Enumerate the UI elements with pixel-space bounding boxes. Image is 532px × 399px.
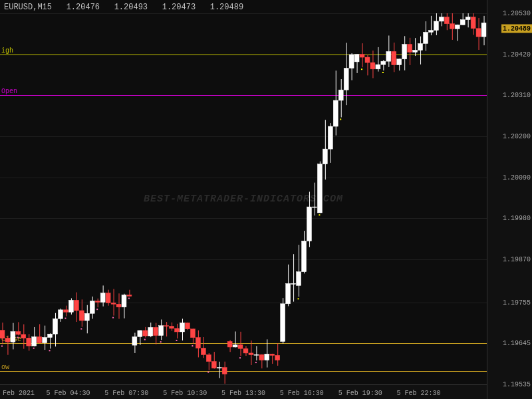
svg-rect-53 (138, 331, 142, 336)
svg-rect-191 (112, 317, 114, 319)
svg-rect-127 (333, 100, 338, 126)
svg-rect-186 (33, 348, 35, 349)
svg-rect-123 (323, 149, 327, 164)
svg-rect-147 (386, 51, 391, 61)
svg-rect-111 (291, 283, 296, 284)
svg-rect-25 (63, 310, 68, 312)
svg-rect-184 (1, 345, 3, 346)
svg-rect-7 (16, 332, 21, 334)
svg-rect-197 (207, 372, 209, 373)
price-label: 1.20530 (503, 10, 531, 17)
svg-rect-109 (286, 283, 291, 303)
svg-rect-101 (265, 354, 269, 360)
svg-rect-89 (233, 345, 237, 347)
svg-rect-87 (227, 342, 232, 347)
svg-rect-37 (95, 301, 100, 303)
svg-rect-202 (319, 214, 320, 215)
high-value: 1.20493 (114, 3, 148, 12)
svg-rect-173 (455, 25, 460, 29)
svg-rect-39 (100, 293, 105, 303)
svg-rect-169 (444, 17, 449, 24)
svg-rect-135 (354, 55, 359, 62)
svg-rect-99 (259, 354, 264, 360)
time-label: 5 Feb 10:30 (163, 390, 207, 397)
svg-rect-187 (49, 350, 51, 351)
svg-rect-165 (434, 21, 438, 31)
svg-rect-199 (239, 357, 241, 358)
price-label: 1.20310 (503, 92, 531, 99)
time-label: 5 Feb 13:30 (221, 390, 265, 397)
svg-rect-45 (116, 304, 121, 307)
svg-rect-163 (428, 31, 433, 33)
time-axis: 5 Feb 20215 Feb 04:305 Feb 07:305 Feb 10… (0, 384, 487, 399)
svg-rect-21 (53, 319, 58, 334)
svg-rect-189 (80, 329, 82, 330)
svg-rect-29 (74, 300, 78, 311)
time-label: 5 Feb 04:30 (46, 390, 90, 397)
svg-rect-35 (90, 301, 94, 314)
svg-rect-190 (96, 309, 98, 310)
svg-rect-179 (471, 17, 475, 29)
svg-rect-71 (185, 323, 190, 329)
svg-rect-93 (243, 348, 248, 353)
svg-rect-167 (439, 17, 444, 21)
svg-rect-5 (11, 332, 15, 342)
svg-rect-23 (59, 310, 63, 319)
svg-rect-183 (481, 23, 486, 37)
svg-rect-171 (450, 24, 454, 29)
time-label: 5 Feb 16:30 (280, 390, 324, 397)
svg-rect-69 (180, 323, 185, 332)
current-price-box: 1.20489 (501, 24, 532, 33)
svg-rect-63 (164, 326, 169, 327)
svg-rect-115 (302, 241, 307, 271)
svg-rect-157 (413, 50, 418, 52)
svg-rect-133 (349, 55, 354, 68)
price-label: 1.19645 (503, 340, 531, 347)
svg-rect-195 (176, 340, 178, 341)
svg-rect-117 (307, 207, 311, 241)
svg-rect-161 (424, 32, 428, 43)
svg-rect-129 (338, 90, 343, 100)
svg-rect-196 (192, 345, 193, 346)
svg-rect-3 (5, 338, 10, 342)
svg-rect-192 (128, 298, 130, 299)
svg-rect-51 (132, 336, 137, 345)
svg-rect-91 (238, 345, 243, 349)
svg-rect-79 (206, 354, 211, 361)
svg-rect-121 (317, 164, 322, 213)
svg-rect-107 (281, 304, 285, 342)
svg-rect-95 (249, 353, 253, 355)
svg-rect-1 (0, 331, 5, 338)
svg-rect-17 (43, 337, 47, 342)
low-value: 1.20473 (162, 3, 196, 12)
svg-rect-181 (476, 29, 481, 37)
svg-rect-47 (122, 295, 126, 307)
svg-rect-75 (196, 338, 200, 348)
svg-rect-13 (32, 336, 37, 346)
svg-rect-159 (418, 43, 423, 50)
svg-rect-193 (144, 339, 146, 340)
svg-rect-141 (370, 63, 375, 69)
svg-rect-139 (365, 57, 370, 63)
svg-rect-59 (154, 327, 158, 335)
svg-rect-73 (190, 329, 195, 338)
candles-svg (0, 13, 487, 384)
svg-rect-83 (217, 368, 221, 368)
open-value: 1.20476 (66, 3, 100, 12)
svg-rect-145 (381, 61, 386, 65)
svg-rect-125 (328, 126, 332, 149)
svg-rect-151 (397, 59, 402, 65)
svg-rect-49 (127, 295, 132, 296)
chart-header: EURUSD,M15 1.20476 1.20493 1.20473 1.204… (4, 3, 243, 12)
svg-rect-188 (65, 318, 66, 319)
svg-rect-204 (361, 68, 362, 70)
svg-rect-43 (111, 303, 116, 304)
svg-rect-177 (466, 17, 470, 20)
svg-rect-103 (270, 354, 275, 355)
svg-rect-137 (360, 55, 364, 58)
svg-rect-205 (382, 72, 384, 73)
svg-rect-55 (143, 331, 148, 336)
chart-container: EURUSD,M15 1.20476 1.20493 1.20473 1.204… (0, 0, 532, 399)
time-label: 5 Feb 19:30 (338, 390, 382, 397)
svg-rect-41 (106, 293, 110, 303)
